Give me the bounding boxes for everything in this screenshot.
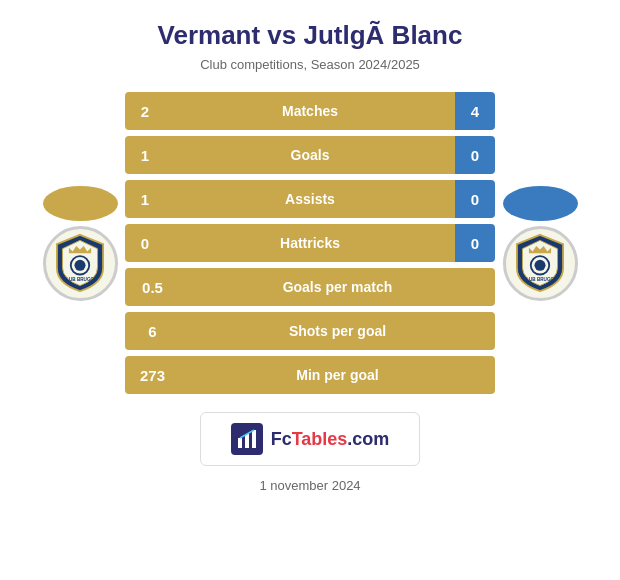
stat-label-matches: Matches: [165, 92, 455, 130]
page-subtitle: Club competitions, Season 2024/2025: [200, 57, 420, 72]
svg-rect-6: [238, 438, 242, 448]
stat-label-goals-per-match: Goals per match: [180, 268, 495, 306]
stat-bar-hattricks: 0 Hattricks 0: [125, 224, 495, 262]
right-club-logo-svg: CLUB BRUGGE: [510, 233, 570, 293]
fctables-logo-icon: [236, 428, 258, 450]
stat-bar-assists: 1 Assists 0: [125, 180, 495, 218]
svg-text:CLUB BRUGGE: CLUB BRUGGE: [523, 277, 557, 282]
stat-right-hattricks: 0: [455, 224, 495, 262]
svg-rect-8: [252, 430, 256, 448]
left-ellipse-decoration: [43, 186, 118, 221]
stat-label-assists: Assists: [165, 180, 455, 218]
stat-left-assists: 1: [125, 180, 165, 218]
fctables-label: FcTables.com: [271, 429, 390, 450]
main-content: CLUB BRUGGE 2 Matches 4 1 Goals 0: [10, 92, 610, 394]
stat-label-goals: Goals: [165, 136, 455, 174]
stat-row-assists: 1 Assists 0: [125, 180, 495, 218]
fctables-banner: FcTables.com: [200, 412, 421, 466]
stat-label-shots-per-goal: Shots per goal: [180, 312, 495, 350]
left-club-logo-svg: CLUB BRUGGE: [50, 233, 110, 293]
stat-right-goals: 0: [455, 136, 495, 174]
stat-right-assists: 0: [455, 180, 495, 218]
stat-row-hattricks: 0 Hattricks 0: [125, 224, 495, 262]
stat-left-hattricks: 0: [125, 224, 165, 262]
fctables-icon: [231, 423, 263, 455]
svg-point-4: [534, 260, 545, 271]
page-container: Vermant vs JutlgÃ Blanc Club competition…: [0, 0, 620, 580]
stat-left-goals-per-match: 0.5: [125, 268, 180, 306]
stat-bar-goals-per-match: 0.5 Goals per match: [125, 268, 495, 306]
stat-bar-goals: 1 Goals 0: [125, 136, 495, 174]
stat-left-matches: 2: [125, 92, 165, 130]
stat-row-goals: 1 Goals 0: [125, 136, 495, 174]
stats-section: 2 Matches 4 1 Goals 0 1 Assists 0: [125, 92, 495, 394]
stat-bar-shots-per-goal: 6 Shots per goal: [125, 312, 495, 350]
page-title: Vermant vs JutlgÃ Blanc: [158, 20, 463, 51]
logo-left: CLUB BRUGGE: [35, 186, 125, 301]
footer-date: 1 november 2024: [259, 478, 360, 493]
stat-left-shots-per-goal: 6: [125, 312, 180, 350]
right-ellipse-decoration: [503, 186, 578, 221]
svg-text:CLUB BRUGGE: CLUB BRUGGE: [63, 277, 97, 282]
stat-row-shots-per-goal: 6 Shots per goal: [125, 312, 495, 350]
stat-row-matches: 2 Matches 4: [125, 92, 495, 130]
stat-left-goals: 1: [125, 136, 165, 174]
svg-point-1: [74, 260, 85, 271]
stat-left-min-per-goal: 273: [125, 356, 180, 394]
left-club-logo: CLUB BRUGGE: [43, 226, 118, 301]
right-club-logo: CLUB BRUGGE: [503, 226, 578, 301]
logo-right: CLUB BRUGGE: [495, 186, 585, 301]
stat-bar-matches: 2 Matches 4: [125, 92, 495, 130]
stat-label-min-per-goal: Min per goal: [180, 356, 495, 394]
stat-row-min-per-goal: 273 Min per goal: [125, 356, 495, 394]
svg-rect-7: [245, 434, 249, 448]
stat-label-hattricks: Hattricks: [165, 224, 455, 262]
stat-right-matches: 4: [455, 92, 495, 130]
stat-bar-min-per-goal: 273 Min per goal: [125, 356, 495, 394]
stat-row-goals-per-match: 0.5 Goals per match: [125, 268, 495, 306]
